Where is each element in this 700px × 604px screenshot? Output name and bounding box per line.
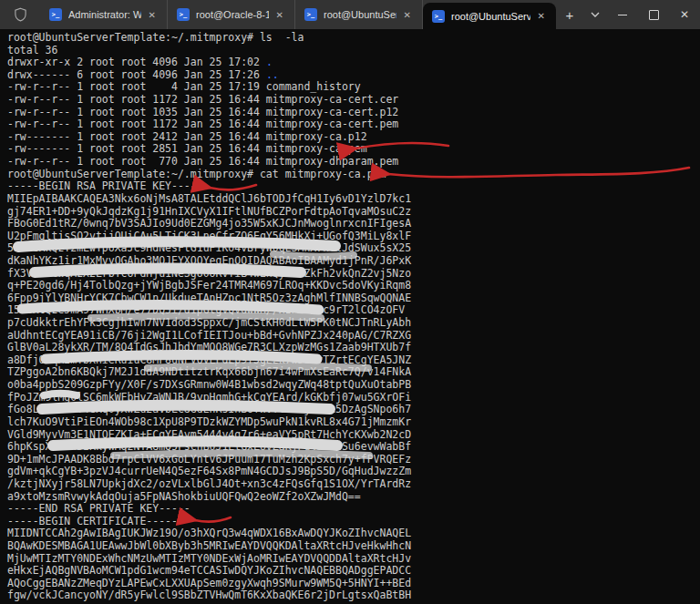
chevron-down-icon	[591, 12, 600, 17]
terminal-icon: >_	[177, 8, 190, 21]
terminal-line: dKaNhYKz1ir1MxMyyQGAho3MOJEYXQQYegEnOQID…	[7, 255, 700, 268]
terminal-line: MjUwMTIzMTY0NDExWhcNMzUwMTIzMTY0NDExWjAo…	[7, 553, 700, 566]
terminal-line: q+PE20gd6/Hj4TolbQzg+jYWjBgbJSFer24TMR4M…	[7, 280, 700, 292]
terminal-line: 9D+1mMcJPAADK8Bbd7rpClVV6xGoLYntv6JPuum1…	[7, 454, 700, 466]
terminal-line: BQAwKDESMBAGA1UEAwwJbWl0bXByb3h5MRIwEAYD…	[7, 540, 700, 553]
terminal-line: FBoG0Ed1tRZ/0wnq7bV3SAJIo9Ud0EZGMg4jo35W…	[7, 218, 700, 230]
maximize-icon	[649, 10, 659, 20]
new-tab-button[interactable]: +	[556, 0, 583, 29]
maximize-button[interactable]	[638, 0, 669, 29]
terminal-line: fX3VmK9tWqAzX2LrbYc6PdHju1NeSgU0oRvTiB4w…	[7, 268, 700, 281]
window-controls: ✕	[607, 0, 700, 29]
terminal-line: aUdhntECgYEA91iCB/76ji2WgI1LCofIEITJou+b…	[7, 330, 700, 343]
terminal-line: -rw-r--r-- 1 root root 1035 Jan 25 16:44…	[7, 107, 700, 119]
terminal-line: -rw-r--r-- 1 root root 1172 Jan 25 16:44…	[7, 94, 700, 107]
terminal-line: -rw-r--r-- 1 root root 1172 Jan 25 16:44…	[7, 118, 700, 131]
terminal-line: fGo8LHPvmJrT4eKq0yXwZu2aVbLc8GdEnRsIhB6f…	[7, 404, 700, 416]
minimize-button[interactable]	[607, 0, 638, 29]
terminal-viewport[interactable]: root@UbuntuServerTemplate:~/.mitmproxy# …	[0, 29, 700, 604]
terminal-line: MIIEpAIBAAKCAQEA3Nkx6oNjMsA8TALEtddQClJ6…	[7, 193, 700, 206]
terminal-line: total 36	[7, 45, 700, 57]
tab-title: root@Oracle-8-10-VM0	[196, 9, 269, 20]
terminal-line: VGld9MyvVm3E1NTQEZKIa+ECgYEAym5444y4g7r6…	[7, 429, 700, 442]
terminal-line: -----BEGIN RSA PRIVATE KEY-----	[7, 180, 700, 193]
close-icon: ✕	[680, 8, 689, 21]
terminal-line: root@UbuntuServerTemplate:~/.mitmproxy# …	[7, 32, 700, 45]
tab-dropdown-button[interactable]	[583, 0, 607, 29]
terminal-line: fgw/vckJCancyoNY/dR5yFwlcl9SBbZTVHwQmT6K…	[7, 589, 700, 602]
terminal-line: eHkxEjAQBgNVBAoMCW1pdG1wcm94eTCCASIwDQYJ…	[7, 565, 700, 578]
tab-title: Administrator: Window	[68, 9, 141, 20]
terminal-line: -rw------- 1 root root 2851 Jan 25 16:44…	[7, 143, 700, 156]
terminal-line: p7cUdkktrEhYFk3CgjhIwn7NV1dod3SppxC/jmCS…	[7, 317, 700, 330]
terminal-line: -----BEGIN CERTIFICATE-----	[7, 516, 700, 528]
minimize-icon	[618, 15, 627, 15]
admin-shield-icon	[0, 0, 40, 29]
terminal-line: 6Fpp9jYlYBNHrYCK7CbwCW1n/UkdueTAnHZpc1Nt…	[7, 292, 700, 305]
tab-close-button[interactable]: ✕	[145, 9, 160, 21]
tab-1[interactable]: >_Administrator: Window✕	[40, 0, 168, 29]
terminal-line: a9xtoMzsmRvwykAdqOuja5FpNAShokbiuUQFQwQ2…	[7, 491, 700, 504]
titlebar: >_Administrator: Window✕>_root@Oracle-8-…	[0, 0, 700, 29]
terminal-line: gj74ER1+DD+9yQkJqdzKg1j91HnIXCVyX1IFtlNU…	[7, 206, 700, 219]
terminal-line: a8DfjOWqK2mYbXhieRuiuC8MF8uNFVOVLFdLp9T3…	[7, 354, 700, 367]
terminal-icon: >_	[304, 8, 317, 21]
terminal-line: 15x8KtQzeJmA97WHXbM/e77DQ5i/d1pGtgvQvdwW…	[7, 304, 700, 317]
terminal-line: root@UbuntuServerTemplate:~/.mitmproxy# …	[7, 169, 700, 181]
terminal-icon: >_	[49, 8, 62, 21]
tab-strip: >_Administrator: Window✕>_root@Oracle-8-…	[40, 0, 556, 29]
terminal-line: -rw-r--r-- 1 root root 770 Jan 25 16:44 …	[7, 156, 700, 169]
terminal-line: /kztjNXyjr58LN7UpkjdXc2/ozVLxlbGlJ4Ot+xn…	[7, 478, 700, 491]
terminal-line: -rw-r--r-- 1 root root 4 Jan 25 17:19 co…	[7, 81, 700, 94]
tab-title: root@UbuntuServerTe	[451, 11, 530, 22]
terminal-icon: >_	[432, 10, 445, 23]
terminal-line: lch7KuO9VtiPiEOn4WOb98c1XpU8P9TDzkWZYMDp…	[7, 416, 700, 429]
terminal-window: >_Administrator: Window✕>_root@Oracle-8-…	[0, 0, 700, 604]
terminal-line: drwx------ 6 root root 4096 Jan 25 17:26…	[7, 69, 700, 82]
tab-close-button[interactable]: ✕	[534, 10, 549, 22]
terminal-line: TZPggoA2bn6KBQkj7M2J1ddA9NDtitztrKqx66bj…	[7, 366, 700, 379]
terminal-line: 6hpKspXeU9wDzRkyWMq2NYA8mQ5FschB0J1EtGxL…	[7, 441, 700, 454]
tab-2[interactable]: >_root@Oracle-8-10-VM0✕	[168, 0, 295, 29]
terminal-line: AQoCggEBANzZMeqDYzLAPEwCxLXXUApSem0zgyXw…	[7, 578, 700, 590]
terminal-line: drwxr-xr-x 2 root root 4096 Jan 25 17:02…	[7, 56, 700, 69]
terminal-line: MIIDNTCCAh2gAwIBAgIUKJWz19O/o3hXQrQ3w4qW…	[7, 527, 700, 540]
terminal-line: -rw------- 1 root root 2412 Jan 25 16:44…	[7, 131, 700, 144]
tab-close-button[interactable]: ✕	[273, 9, 287, 21]
tab-4[interactable]: >_root@UbuntuServerTe✕	[423, 3, 556, 29]
tab-title: root@UbuntuServerTen	[324, 9, 396, 20]
terminal-line: gdVm+qkCgYB+3pzVJ4currUeN4Q5ezF64Sx8PmN4…	[7, 466, 700, 478]
tab-close-button[interactable]: ✕	[400, 9, 415, 21]
close-button[interactable]: ✕	[669, 0, 700, 29]
terminal-line: 5nbV8RkQzT2mLwYp6XaJc9HdNesFtG1uPiKo4vBr…	[7, 242, 700, 255]
tab-3[interactable]: >_root@UbuntuServerTen✕	[295, 0, 423, 29]
terminal-line: fPoJZm9lMg0lSC6mkWFbHyZaWNJB/9ypHqmhG+kC…	[7, 392, 700, 404]
terminal-line: GlBV0aL28ykXR/TM/8O4TdGsJhJbdYmMQQ8WGe7R…	[7, 342, 700, 354]
terminal-line: -----END RSA PRIVATE KEY-----	[7, 503, 700, 516]
terminal-line: U2pFmqltisSQ2vtijQUiCAu5LTiCK3LneCfrZQ6E…	[7, 230, 700, 243]
terminal-line: o0ba4ppbS209GzpFYy/X0F/s7DXsGRmnw0W4B1wb…	[7, 379, 700, 392]
